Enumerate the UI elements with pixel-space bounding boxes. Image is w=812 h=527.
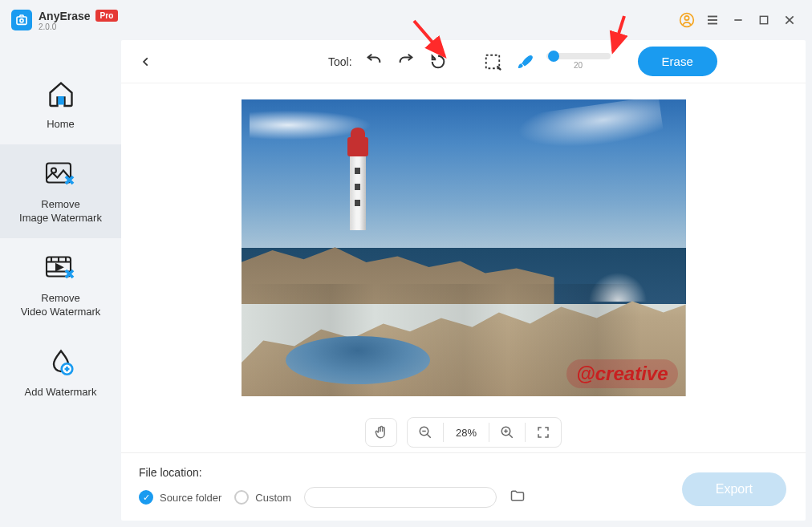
image-preview: @creative <box>242 99 686 396</box>
sidebar-item-add-watermark[interactable]: Add Watermark <box>0 332 121 412</box>
app-name: AnyErase <box>39 10 91 22</box>
footer: File location: Source folder Custom Expo… <box>121 452 806 521</box>
sidebar: Home Remove Image Watermark Remove Video… <box>0 40 121 527</box>
radio-checked-icon <box>139 490 153 505</box>
zoom-in-button[interactable] <box>489 418 525 447</box>
close-button[interactable] <box>778 9 801 31</box>
title-bar: AnyErase Pro 2.0.0 <box>0 0 812 40</box>
pan-tool-button[interactable] <box>365 418 397 447</box>
user-icon[interactable] <box>676 9 698 31</box>
source-folder-radio[interactable]: Source folder <box>139 490 221 505</box>
svg-point-3 <box>684 16 688 20</box>
custom-folder-radio[interactable]: Custom <box>234 490 291 505</box>
app-version: 2.0.0 <box>39 22 118 31</box>
zoom-out-button[interactable] <box>408 418 443 447</box>
toolbar: Tool: 20 Erase <box>121 40 806 83</box>
svg-rect-8 <box>760 16 767 23</box>
svg-point-1 <box>20 19 23 22</box>
sidebar-item-label: Add Watermark <box>25 385 97 399</box>
sidebar-item-label: Home <box>47 117 75 132</box>
brush-size-slider[interactable]: 20 <box>546 53 611 70</box>
maximize-button[interactable] <box>753 9 775 31</box>
fit-screen-button[interactable] <box>526 418 561 447</box>
radio-unchecked-icon <box>234 490 249 505</box>
sidebar-item-label: Remove Video Watermark <box>21 291 101 319</box>
reset-button[interactable] <box>428 51 449 72</box>
pro-badge: Pro <box>95 10 119 22</box>
brush-size-value: 20 <box>574 61 583 70</box>
main-area: Tool: 20 Erase <box>121 40 806 521</box>
minimize-button[interactable] <box>727 9 749 31</box>
export-button[interactable]: Export <box>682 472 786 506</box>
undo-button[interactable] <box>363 51 384 72</box>
sidebar-item-remove-image-watermark[interactable]: Remove Image Watermark <box>0 144 121 238</box>
sidebar-item-label: Remove Image Watermark <box>19 197 102 225</box>
custom-label: Custom <box>255 492 291 504</box>
svg-rect-11 <box>58 96 64 105</box>
app-title-block: AnyErase Pro 2.0.0 <box>39 10 118 31</box>
sidebar-item-remove-video-watermark[interactable]: Remove Video Watermark <box>0 238 121 332</box>
redo-button[interactable] <box>396 51 416 72</box>
watermark-overlay: @creative <box>566 359 677 388</box>
browse-folder-button[interactable] <box>510 488 526 507</box>
app-logo-icon <box>11 10 32 30</box>
erase-button[interactable]: Erase <box>638 47 717 76</box>
svg-line-23 <box>427 434 431 438</box>
svg-line-26 <box>509 434 513 438</box>
canvas-area[interactable]: @creative <box>121 83 806 412</box>
svg-point-13 <box>51 168 56 172</box>
custom-path-input[interactable] <box>304 487 497 508</box>
brush-tool-button[interactable] <box>514 51 535 72</box>
home-icon <box>44 77 78 111</box>
tool-label: Tool: <box>328 55 352 68</box>
video-watermark-icon <box>44 251 78 285</box>
source-folder-label: Source folder <box>160 492 221 504</box>
zoom-controls: 28% <box>121 412 806 452</box>
menu-icon[interactable] <box>701 9 724 31</box>
watermark-text: @creative <box>576 363 668 384</box>
back-button[interactable] <box>136 51 156 72</box>
sidebar-item-home[interactable]: Home <box>0 64 121 144</box>
add-watermark-icon <box>44 345 78 379</box>
svg-rect-0 <box>17 17 26 24</box>
marquee-tool-button[interactable] <box>482 51 503 72</box>
image-watermark-icon <box>44 157 78 191</box>
zoom-value: 28% <box>444 427 489 439</box>
